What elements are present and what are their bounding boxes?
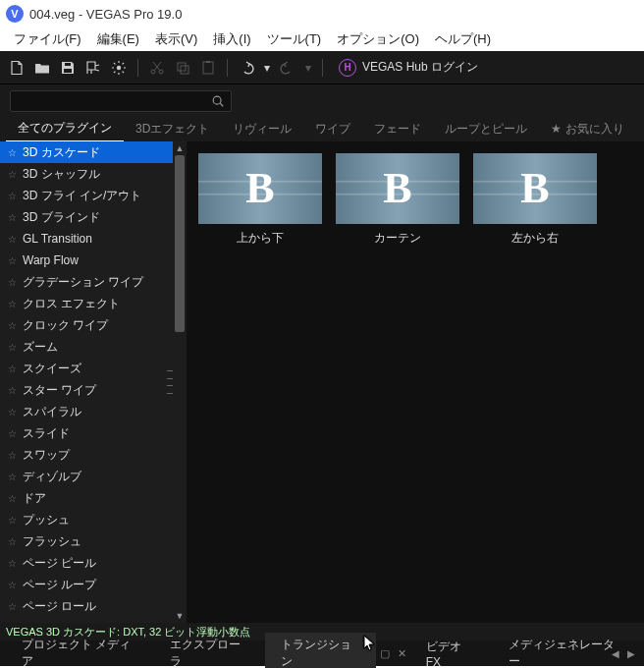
menu-options[interactable]: オプション(O) <box>329 28 427 50</box>
menu-view[interactable]: 表示(V) <box>147 28 205 50</box>
plugin-label: スクイーズ <box>23 361 81 377</box>
tab-maximize-icon[interactable]: ▢ <box>376 647 394 660</box>
app-icon: V <box>6 5 24 23</box>
properties-icon[interactable] <box>108 57 130 79</box>
plugin-item[interactable]: ☆スパイラル <box>0 401 187 422</box>
thumb-preview[interactable]: B <box>473 153 597 224</box>
open-icon[interactable] <box>31 57 53 79</box>
plugin-item[interactable]: ☆フラッシュ <box>0 530 187 552</box>
plugin-label: スター ワイプ <box>23 382 96 399</box>
plugin-item[interactable]: ☆ドア <box>0 487 187 509</box>
plugin-item[interactable]: ☆スクイーズ <box>0 358 187 379</box>
plugin-item[interactable]: ☆GL Transition <box>0 228 187 250</box>
plugin-item[interactable]: ☆Warp Flow <box>0 250 187 271</box>
menu-tools[interactable]: ツール(T) <box>259 28 330 50</box>
save-icon[interactable] <box>57 57 79 79</box>
plugin-item[interactable]: ☆クロック ワイプ <box>0 314 187 336</box>
toolbar-separator <box>137 59 138 77</box>
star-icon: ☆ <box>8 558 17 569</box>
plugin-item[interactable]: ☆グラデーション ワイプ <box>0 271 187 293</box>
vegas-hub-button[interactable]: H VEGAS Hub ログイン <box>331 57 486 79</box>
tab-nav-left-icon[interactable]: ◀ <box>609 648 622 659</box>
svg-point-4 <box>159 70 163 74</box>
plugin-list[interactable]: ☆3D カスケード☆3D シャッフル☆3D フライ イン/アウト☆3D ブライン… <box>0 141 187 623</box>
plugin-item[interactable]: ☆ページ ロール <box>0 595 187 617</box>
plugin-item[interactable]: ☆3D フライ イン/アウト <box>0 185 187 206</box>
plugin-label: スパイラル <box>23 404 81 420</box>
star-icon: ☆ <box>8 515 17 526</box>
svg-rect-8 <box>206 61 210 63</box>
svg-rect-7 <box>203 62 213 74</box>
plugin-label: フラッシュ <box>23 533 81 550</box>
thumb-preview[interactable]: B <box>336 153 459 224</box>
plugin-item[interactable]: ☆クロス エフェクト <box>0 293 187 314</box>
plugin-item[interactable]: ☆ズーム <box>0 336 187 358</box>
plugin-item[interactable]: ☆スター ワイプ <box>0 379 187 401</box>
star-icon: ☆ <box>8 407 17 418</box>
tab-3d-effects[interactable]: 3Dエフェクト <box>124 117 221 141</box>
scroll-up-icon[interactable]: ▲ <box>173 141 187 155</box>
tab-transitions-label: トランジション <box>281 638 351 668</box>
menu-file[interactable]: ファイル(F) <box>6 28 89 50</box>
search-row <box>0 84 644 116</box>
thumbnail-grid: B上から下BカーテンB左から右 <box>198 153 632 247</box>
transition-thumb[interactable]: B左から右 <box>473 153 597 247</box>
plugin-label: 3D カスケード <box>23 144 100 161</box>
scrollbar[interactable]: ▲ ▼ <box>173 141 187 623</box>
tab-fade[interactable]: フェード <box>362 117 433 141</box>
plugin-item[interactable]: ☆ページ ループ <box>0 574 187 595</box>
star-icon: ☆ <box>8 601 17 612</box>
tab-explorer[interactable]: エクスプローラ <box>154 633 265 668</box>
tab-video-fx[interactable]: ビデオ FX <box>410 635 494 669</box>
transition-thumb[interactable]: Bカーテン <box>336 153 459 247</box>
thumb-preview[interactable]: B <box>198 153 322 224</box>
plugin-label: Warp Flow <box>23 253 79 267</box>
plugin-item[interactable]: ☆ディゾルブ <box>0 466 187 487</box>
svg-rect-6 <box>181 66 188 74</box>
tab-nav-right-icon[interactable]: ▶ <box>624 648 638 659</box>
window-title: 004.veg - VEGAS Pro 19.0 <box>29 7 182 22</box>
tab-wipe[interactable]: ワイプ <box>303 117 362 141</box>
tab-transitions[interactable]: トランジション <box>265 633 376 668</box>
plugin-label: ドア <box>23 490 46 507</box>
plugin-item[interactable]: ☆3D シャッフル <box>0 163 187 185</box>
plugin-item[interactable]: ☆3D ブラインド <box>0 206 187 228</box>
redo-icon <box>277 57 298 79</box>
scroll-thumb[interactable] <box>175 155 185 332</box>
tab-project-media[interactable]: プロジェクト メディア <box>6 633 154 668</box>
thumb-label: 左から右 <box>473 230 597 247</box>
search-input[interactable] <box>10 90 232 112</box>
star-icon: ☆ <box>8 212 17 223</box>
svg-point-9 <box>213 96 221 104</box>
undo-dropdown-icon[interactable]: ▾ <box>261 57 273 79</box>
scroll-down-icon[interactable]: ▼ <box>173 609 187 623</box>
plugin-label: 3D フライ イン/アウト <box>23 188 141 204</box>
render-icon[interactable] <box>82 57 104 79</box>
app-name: VEGAS Pro 19.0 <box>86 7 183 22</box>
menu-help[interactable]: ヘルプ(H) <box>427 28 499 50</box>
star-icon: ☆ <box>8 277 17 288</box>
star-icon: ☆ <box>8 493 17 504</box>
plugin-item[interactable]: ☆3D カスケード <box>0 141 187 163</box>
transition-thumb[interactable]: B上から下 <box>198 153 322 247</box>
plugin-item[interactable]: ☆ページ ピール <box>0 552 187 574</box>
content-area: ☆3D カスケード☆3D シャッフル☆3D フライ イン/アウト☆3D ブライン… <box>0 141 644 623</box>
tab-favorites[interactable]: ★ お気に入り <box>539 117 636 141</box>
plugin-label: スライド <box>23 425 70 442</box>
star-icon: ☆ <box>8 191 17 201</box>
star-icon: ☆ <box>8 255 17 266</box>
plugin-label: スワップ <box>23 447 70 464</box>
tab-close-icon[interactable]: ✕ <box>394 647 410 660</box>
redo-dropdown-icon: ▾ <box>302 57 314 79</box>
tab-loop-peel[interactable]: ループとピール <box>433 117 539 141</box>
menu-insert[interactable]: 挿入(I) <box>205 28 258 50</box>
plugin-item[interactable]: ☆スワップ <box>0 444 187 466</box>
tab-reveal[interactable]: リヴィール <box>221 117 303 141</box>
plugin-item[interactable]: ☆プッシュ <box>0 509 187 530</box>
new-icon[interactable] <box>6 57 27 79</box>
plugin-label: グラデーション ワイプ <box>23 274 143 291</box>
undo-icon[interactable] <box>236 57 257 79</box>
tab-all-plugins[interactable]: 全てのプラグイン <box>6 116 124 142</box>
plugin-item[interactable]: ☆スライド <box>0 422 187 444</box>
menu-edit[interactable]: 編集(E) <box>89 28 147 50</box>
